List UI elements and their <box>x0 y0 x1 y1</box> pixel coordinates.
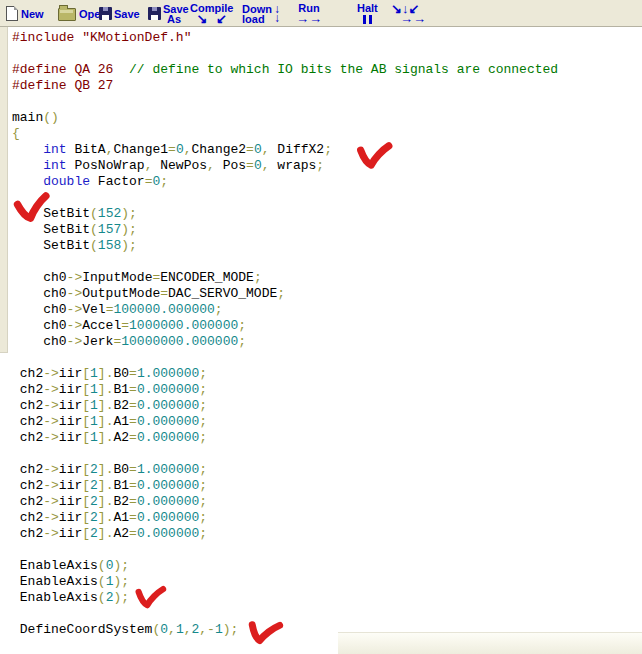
run-button[interactable]: Run →→ <box>296 1 322 26</box>
save-label: Save <box>114 8 140 20</box>
code-line: SetBit(152); <box>12 206 558 222</box>
save-as-label-1: Save <box>163 4 189 14</box>
download-label-2: load <box>242 14 265 24</box>
download-label-1: Down <box>242 4 272 14</box>
code-line: #define QB 27 <box>12 78 558 94</box>
new-button[interactable]: New <box>6 1 44 26</box>
code-line <box>12 446 558 462</box>
code-line: ch0->Accel=1000000.000000; <box>12 318 558 334</box>
step-arrows-bottom-icon: →→ <box>400 14 426 24</box>
compile-arrows-icon: ↘ ↙ <box>197 14 227 24</box>
save-floppy-icon <box>99 7 112 20</box>
halt-label: Halt <box>357 3 378 14</box>
step-button[interactable]: ↘↓↙ →→ <box>391 1 426 26</box>
code-content: #include "KMotionDef.h"#define QA 26 // … <box>12 30 558 638</box>
code-line <box>12 350 558 366</box>
code-line <box>12 254 558 270</box>
halt-button[interactable]: Halt <box>357 1 378 26</box>
code-line: ch2->iir[1].B2=0.000000; <box>12 398 558 414</box>
code-line: ch0->Jerk=10000000.000000; <box>12 334 558 350</box>
code-line: ch0->Vel=100000.000000; <box>12 302 558 318</box>
code-line: ch0->OutputMode=DAC_SERVO_MODE; <box>12 286 558 302</box>
code-line: main() <box>12 110 558 126</box>
code-line: double Factor=0; <box>12 174 558 190</box>
new-page-icon <box>6 6 18 21</box>
code-line: EnableAxis(2); <box>12 590 558 606</box>
open-folder-icon <box>58 8 76 21</box>
download-button[interactable]: Down load ↓ ↓ <box>242 1 280 26</box>
code-line: ch2->iir[2].B0=1.000000; <box>12 462 558 478</box>
code-line: SetBit(157); <box>12 222 558 238</box>
code-line: #include "KMotionDef.h" <box>12 30 558 46</box>
code-line: ch2->iir[1].A2=0.000000; <box>12 430 558 446</box>
new-label: New <box>21 8 44 20</box>
code-line: SetBit(158); <box>12 238 558 254</box>
code-line: ch2->iir[2].A2=0.000000; <box>12 526 558 542</box>
code-line <box>12 606 558 622</box>
pause-icon <box>363 15 372 24</box>
code-line: ch0->InputMode=ENCODER_MODE; <box>12 270 558 286</box>
save-button[interactable]: Save <box>99 1 140 26</box>
code-line: EnableAxis(0); <box>12 558 558 574</box>
code-line: EnableAxis(1); <box>12 574 558 590</box>
code-line <box>12 542 558 558</box>
code-line <box>12 46 558 62</box>
code-line <box>12 190 558 206</box>
compile-button[interactable]: Compile ↘ ↙ <box>190 1 233 26</box>
overlapping-window-corner <box>338 632 642 654</box>
code-line: int BitA,Change1=0,Change2=0, DiffX2; <box>12 142 558 158</box>
run-arrows-icon: →→ <box>296 14 322 24</box>
save-as-button[interactable]: Save As <box>148 1 189 26</box>
code-editor[interactable]: #include "KMotionDef.h"#define QA 26 // … <box>0 27 642 654</box>
save-as-label-2: As <box>167 14 181 24</box>
code-line: { <box>12 126 558 142</box>
toolbar: New Open Save Save As Compile ↘ ↙ Dow <box>0 0 642 27</box>
code-line: ch2->iir[2].B2=0.000000; <box>12 494 558 510</box>
code-line: ch2->iir[1].B1=0.000000; <box>12 382 558 398</box>
code-line: ch2->iir[1].A1=0.000000; <box>12 414 558 430</box>
download-arrow-icon-2: ↓ <box>274 14 280 23</box>
kmotion-editor-window: New Open Save Save As Compile ↘ ↙ Dow <box>0 0 642 654</box>
code-line: ch2->iir[1].B0=1.000000; <box>12 366 558 382</box>
code-line: int PosNoWrap, NewPos, Pos=0, wraps; <box>12 158 558 174</box>
code-line: ch2->iir[2].B1=0.000000; <box>12 478 558 494</box>
code-line <box>12 94 558 110</box>
code-line: #define QA 26 // define to which IO bits… <box>12 62 558 78</box>
save-as-floppy-icon <box>148 7 161 20</box>
code-line: ch2->iir[2].A1=0.000000; <box>12 510 558 526</box>
